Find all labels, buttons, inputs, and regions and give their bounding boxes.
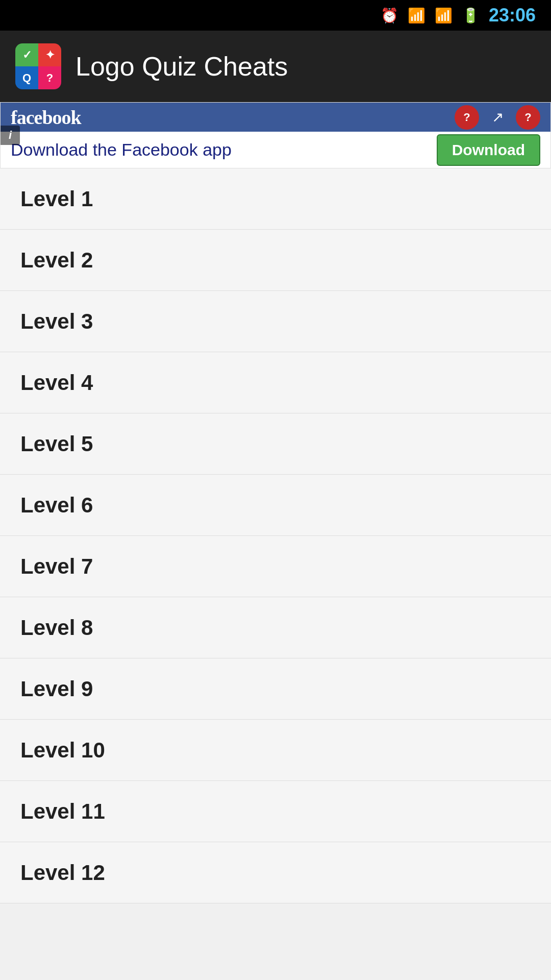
level-label-12: Level 12: [20, 861, 105, 885]
level-label-4: Level 4: [20, 371, 93, 395]
ad-bottom-bar: Download the Facebook app Download: [1, 132, 550, 168]
level-label-2: Level 2: [20, 248, 93, 273]
level-label-1: Level 1: [20, 187, 93, 211]
ad-info-icon[interactable]: i: [1, 126, 20, 145]
level-item-3[interactable]: Level 3: [0, 291, 551, 352]
level-item-10[interactable]: Level 10: [0, 720, 551, 781]
level-item-12[interactable]: Level 12: [0, 842, 551, 903]
download-button[interactable]: Download: [437, 134, 540, 166]
ad-share-icon: ↗: [485, 105, 510, 130]
app-icon-question: ?: [38, 66, 61, 89]
app-icon-star: ✦: [38, 43, 61, 66]
level-item-1[interactable]: Level 1: [0, 168, 551, 230]
ad-top-bar: facebook ? ↗ ?: [1, 103, 550, 132]
level-item-2[interactable]: Level 2: [0, 230, 551, 291]
status-icons: ⏰ 📶 📶 🔋 23:06: [381, 5, 536, 26]
signal-icon: 📶: [435, 7, 453, 24]
app-icon-q: Q: [15, 66, 38, 89]
level-label-9: Level 9: [20, 677, 93, 701]
alarm-icon: ⏰: [381, 7, 398, 24]
battery-icon: 🔋: [462, 7, 480, 24]
level-label-8: Level 8: [20, 616, 93, 640]
level-item-11[interactable]: Level 11: [0, 781, 551, 842]
level-label-6: Level 6: [20, 493, 93, 518]
wifi-icon: 📶: [408, 7, 425, 24]
level-item-8[interactable]: Level 8: [0, 597, 551, 658]
level-label-11: Level 11: [20, 799, 105, 824]
level-list: Level 1Level 2Level 3Level 4Level 5Level…: [0, 168, 551, 903]
facebook-logo: facebook: [11, 106, 81, 129]
app-icon-checkmark: ✓: [15, 43, 38, 66]
level-item-4[interactable]: Level 4: [0, 352, 551, 413]
level-label-3: Level 3: [20, 309, 93, 334]
level-label-10: Level 10: [20, 738, 105, 763]
level-item-6[interactable]: Level 6: [0, 475, 551, 536]
level-label-5: Level 5: [20, 432, 93, 456]
level-item-5[interactable]: Level 5: [0, 413, 551, 475]
status-time: 23:06: [489, 5, 536, 26]
app-bar: ✓ ✦ Q ? Logo Quiz Cheats: [0, 31, 551, 102]
app-icon: ✓ ✦ Q ?: [15, 43, 61, 89]
level-item-9[interactable]: Level 9: [0, 658, 551, 720]
status-bar: ⏰ 📶 📶 🔋 23:06: [0, 0, 551, 31]
level-label-7: Level 7: [20, 554, 93, 579]
ad-text: Download the Facebook app: [11, 140, 232, 160]
ad-person-icon: ?: [455, 105, 479, 130]
ad-globe-icon: ?: [516, 105, 540, 130]
ad-banner[interactable]: i facebook ? ↗ ? Download the Facebook a…: [0, 102, 551, 168]
app-title: Logo Quiz Cheats: [76, 51, 288, 82]
level-item-7[interactable]: Level 7: [0, 536, 551, 597]
ad-social-icons: ? ↗ ?: [455, 105, 540, 130]
